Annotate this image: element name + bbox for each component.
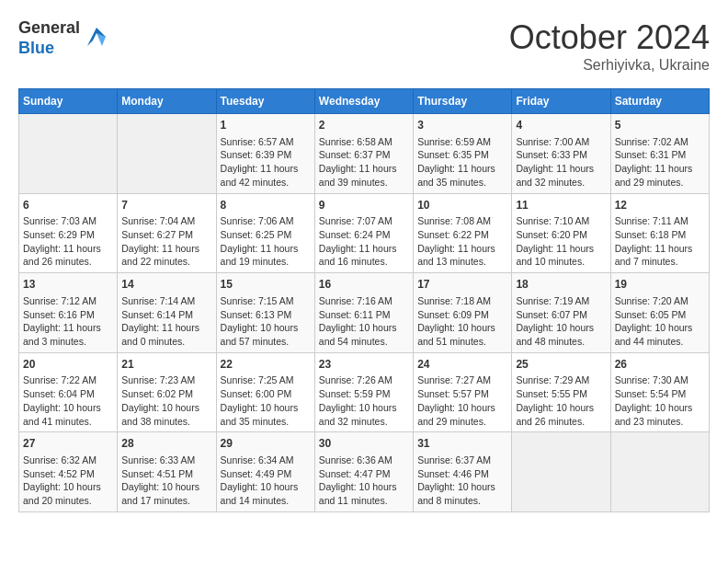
calendar-cell: 12Sunrise: 7:11 AMSunset: 6:18 PMDayligh… — [610, 193, 709, 273]
day-info: Daylight: 10 hours and 57 minutes. — [221, 321, 311, 348]
day-info: Sunrise: 6:33 AM — [121, 454, 211, 467]
calendar-cell: 29Sunrise: 6:34 AMSunset: 4:49 PMDayligh… — [216, 432, 314, 512]
day-info: Sunset: 6:37 PM — [319, 148, 409, 162]
day-info: Sunset: 6:18 PM — [615, 228, 705, 242]
header-day-friday: Friday — [512, 89, 610, 114]
day-info: Daylight: 10 hours and 54 minutes. — [319, 321, 409, 348]
day-info: Sunrise: 7:26 AM — [319, 373, 409, 387]
calendar-table: SundayMondayTuesdayWednesdayThursdayFrid… — [18, 88, 710, 512]
subtitle: Serhiyivka, Ukraine — [509, 57, 710, 74]
logo-blue: Blue — [18, 39, 80, 59]
day-number: 9 — [319, 198, 409, 213]
day-info: Daylight: 10 hours and 38 minutes. — [121, 401, 211, 428]
day-info: Sunset: 6:25 PM — [221, 228, 311, 242]
day-number: 5 — [615, 118, 705, 133]
calendar-cell: 10Sunrise: 7:08 AMSunset: 6:22 PMDayligh… — [414, 193, 512, 273]
calendar-cell: 19Sunrise: 7:20 AMSunset: 6:05 PMDayligh… — [610, 273, 709, 353]
day-info: Daylight: 11 hours and 16 minutes. — [319, 242, 409, 269]
day-info: Sunrise: 7:30 AM — [615, 373, 705, 387]
day-info: Daylight: 10 hours and 29 minutes. — [417, 401, 507, 428]
day-info: Sunset: 4:52 PM — [23, 467, 113, 481]
day-info: Daylight: 10 hours and 32 minutes. — [319, 401, 409, 428]
calendar-cell: 6Sunrise: 7:03 AMSunset: 6:29 PMDaylight… — [19, 193, 118, 273]
day-number: 31 — [417, 436, 507, 452]
day-info: Sunset: 6:33 PM — [516, 148, 606, 162]
day-info: Daylight: 10 hours and 26 minutes. — [516, 401, 606, 428]
day-info: Sunrise: 7:27 AM — [417, 373, 507, 387]
day-info: Sunrise: 6:37 AM — [417, 454, 507, 467]
calendar-cell: 11Sunrise: 7:10 AMSunset: 6:20 PMDayligh… — [512, 193, 610, 273]
day-info: Sunset: 6:22 PM — [417, 228, 507, 242]
calendar-cell — [610, 432, 709, 512]
day-info: Sunrise: 7:16 AM — [319, 294, 409, 308]
day-number: 6 — [23, 198, 113, 213]
day-number: 25 — [516, 357, 606, 373]
calendar-cell — [118, 114, 216, 194]
calendar-cell: 18Sunrise: 7:19 AMSunset: 6:07 PMDayligh… — [512, 273, 610, 353]
calendar-cell: 15Sunrise: 7:15 AMSunset: 6:13 PMDayligh… — [216, 273, 314, 353]
day-number: 12 — [615, 198, 705, 213]
header-day-tuesday: Tuesday — [216, 89, 314, 114]
day-info: Sunset: 5:55 PM — [516, 387, 606, 401]
day-info: Sunset: 6:00 PM — [221, 387, 311, 401]
header-day-sunday: Sunday — [19, 89, 118, 114]
logo-general: General — [18, 18, 80, 39]
day-number: 3 — [417, 118, 507, 133]
day-info: Sunrise: 7:14 AM — [121, 294, 211, 308]
day-info: Daylight: 11 hours and 22 minutes. — [121, 242, 211, 269]
calendar-cell: 24Sunrise: 7:27 AMSunset: 5:57 PMDayligh… — [414, 352, 512, 432]
day-info: Sunrise: 7:20 AM — [615, 294, 705, 308]
day-info: Sunrise: 7:04 AM — [121, 214, 211, 228]
day-info: Sunset: 6:31 PM — [615, 148, 705, 162]
month-title: October 2024 — [509, 18, 710, 57]
page-header: General Blue October 2024 Serhiyivka, Uk… — [18, 18, 710, 74]
day-info: Daylight: 11 hours and 7 minutes. — [615, 242, 705, 269]
svg-marker-1 — [97, 33, 106, 46]
calendar-cell: 1Sunrise: 6:57 AMSunset: 6:39 PMDaylight… — [216, 114, 314, 194]
day-info: Sunset: 6:24 PM — [319, 228, 409, 242]
header-day-thursday: Thursday — [414, 89, 512, 114]
day-info: Sunrise: 7:03 AM — [23, 214, 113, 228]
calendar-cell: 3Sunrise: 6:59 AMSunset: 6:35 PMDaylight… — [414, 114, 512, 194]
day-info: Daylight: 10 hours and 8 minutes. — [417, 480, 507, 507]
day-info: Sunset: 4:46 PM — [417, 467, 507, 481]
day-info: Sunrise: 7:25 AM — [221, 373, 311, 387]
header-day-wednesday: Wednesday — [314, 89, 413, 114]
day-info: Sunset: 6:29 PM — [23, 228, 113, 242]
day-info: Sunrise: 7:08 AM — [417, 214, 507, 228]
day-number: 23 — [319, 357, 409, 373]
calendar-cell: 28Sunrise: 6:33 AMSunset: 4:51 PMDayligh… — [118, 432, 216, 512]
calendar-cell: 22Sunrise: 7:25 AMSunset: 6:00 PMDayligh… — [216, 352, 314, 432]
day-info: Sunset: 4:47 PM — [319, 467, 409, 481]
day-info: Daylight: 10 hours and 48 minutes. — [516, 321, 606, 348]
calendar-cell: 4Sunrise: 7:00 AMSunset: 6:33 PMDaylight… — [512, 114, 610, 194]
day-info: Sunset: 6:20 PM — [516, 228, 606, 242]
day-info: Sunset: 5:57 PM — [417, 387, 507, 401]
day-number: 7 — [121, 198, 211, 213]
calendar-cell — [512, 432, 610, 512]
calendar-cell: 17Sunrise: 7:18 AMSunset: 6:09 PMDayligh… — [414, 273, 512, 353]
day-info: Sunrise: 7:02 AM — [615, 135, 705, 149]
day-info: Daylight: 10 hours and 51 minutes. — [417, 321, 507, 348]
day-info: Sunset: 6:02 PM — [121, 387, 211, 401]
day-info: Daylight: 10 hours and 23 minutes. — [615, 401, 705, 428]
day-info: Sunset: 6:05 PM — [615, 308, 705, 322]
day-number: 22 — [221, 357, 311, 373]
calendar-cell — [19, 114, 118, 194]
header-row: SundayMondayTuesdayWednesdayThursdayFrid… — [19, 89, 710, 114]
day-info: Sunrise: 7:07 AM — [319, 214, 409, 228]
week-row: 27Sunrise: 6:32 AMSunset: 4:52 PMDayligh… — [19, 432, 710, 512]
day-info: Sunrise: 7:15 AM — [221, 294, 311, 308]
day-info: Sunrise: 6:57 AM — [221, 135, 311, 149]
day-number: 4 — [516, 118, 606, 133]
day-number: 2 — [319, 118, 409, 133]
day-info: Daylight: 11 hours and 39 minutes. — [319, 162, 409, 189]
calendar-cell: 5Sunrise: 7:02 AMSunset: 6:31 PMDaylight… — [610, 114, 709, 194]
day-info: Daylight: 10 hours and 41 minutes. — [23, 401, 113, 428]
calendar-cell: 31Sunrise: 6:37 AMSunset: 4:46 PMDayligh… — [414, 432, 512, 512]
day-number: 29 — [221, 436, 311, 452]
day-info: Daylight: 11 hours and 10 minutes. — [516, 242, 606, 269]
calendar-cell: 7Sunrise: 7:04 AMSunset: 6:27 PMDaylight… — [118, 193, 216, 273]
logo: General Blue — [18, 18, 109, 58]
day-info: Sunset: 5:54 PM — [615, 387, 705, 401]
